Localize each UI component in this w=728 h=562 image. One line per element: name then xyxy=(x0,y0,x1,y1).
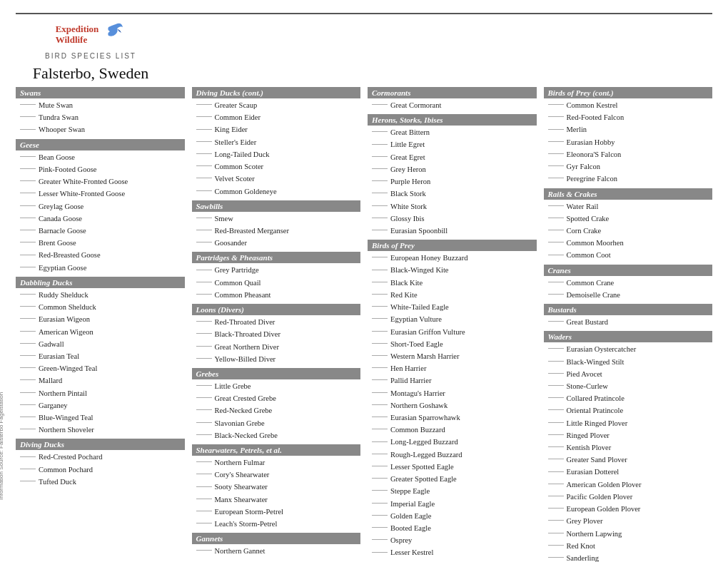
check-line xyxy=(20,205,36,206)
subtitle: Bird Species List xyxy=(45,52,136,60)
list-item: Green-Winged Teal xyxy=(16,362,185,374)
check-line xyxy=(372,294,388,295)
bird-name: King Eider xyxy=(215,124,360,135)
section-header: Partridges & Pheasants xyxy=(192,252,361,263)
check-line xyxy=(20,218,36,218)
bird-name: Greater Sand Plover xyxy=(567,454,712,465)
check-line xyxy=(196,499,212,499)
bird-name: European Honey Buzzard xyxy=(390,252,535,263)
list-item: Greater White-Fronted Goose xyxy=(16,175,185,188)
list-item: Hen Harrier xyxy=(368,362,537,374)
bird-name: Osprey xyxy=(390,535,535,546)
bird-name: American Wigeon xyxy=(39,327,183,337)
list-item: Manx Shearwater xyxy=(192,494,361,506)
check-line xyxy=(372,156,388,157)
section-header: Diving Ducks xyxy=(16,439,185,450)
list-item: Brent Goose xyxy=(16,237,185,249)
check-line xyxy=(372,466,388,466)
check-line xyxy=(20,469,36,469)
bird-name: Velvet Scoter xyxy=(215,173,360,184)
list-item: Red-Crested Pochard xyxy=(16,451,185,463)
check-line xyxy=(548,242,564,242)
list-item: Eurasian Griffon Vulture xyxy=(368,326,537,338)
check-line xyxy=(372,282,388,282)
section-header: Bustards xyxy=(544,304,713,315)
check-line xyxy=(196,461,212,462)
check-line xyxy=(372,180,388,181)
list-item: Greater Sand Plover xyxy=(544,454,713,466)
list-item: European Storm-Petrel xyxy=(192,506,361,518)
bird-name: Black Stork xyxy=(390,188,535,199)
bird-name: Northern Gannet xyxy=(215,546,360,556)
section-header: Dabbling Ducks xyxy=(16,277,185,288)
check-line xyxy=(372,104,388,105)
bird-name: Northern Lapwing xyxy=(567,528,712,539)
list-item: Tufted Duck xyxy=(16,476,185,488)
list-item: Eurasian Sparrowhawk xyxy=(368,412,537,424)
list-item: Short-Toed Eagle xyxy=(368,338,537,350)
list-item: Pied Avocet xyxy=(544,368,713,380)
check-line xyxy=(372,441,388,442)
bird-name: Bean Goose xyxy=(39,152,183,163)
bird-name: Red-Throated Diver xyxy=(215,317,360,327)
list-item: Grey Heron xyxy=(368,163,537,175)
bird-name: Eurasian Dotterel xyxy=(567,466,712,477)
list-item: Common Eider xyxy=(192,111,361,123)
bird-name: Common Scoter xyxy=(215,161,360,172)
list-item: Grey Plover xyxy=(544,515,713,527)
list-item: Little Ringed Plover xyxy=(544,417,713,429)
bird-name: Water Rail xyxy=(567,201,712,212)
bird-name: Greater White-Fronted Goose xyxy=(39,176,183,187)
bird-name: Long-Tailed Duck xyxy=(215,149,360,160)
list-item: Golden Eagle xyxy=(368,510,537,522)
list-item: Greater Spotted Eagle xyxy=(368,473,537,485)
check-line xyxy=(372,270,388,270)
check-line xyxy=(372,331,388,332)
list-item: Booted Eagle xyxy=(368,522,537,534)
list-item: Pallid Harrier xyxy=(368,374,537,387)
bird-name: Hen Harrier xyxy=(390,363,535,374)
check-line xyxy=(372,392,388,393)
bird-name: Eurasian Spoonbill xyxy=(390,225,535,236)
bird-name: Common Shelduck xyxy=(39,302,183,312)
check-line xyxy=(372,490,388,491)
check-line xyxy=(372,454,388,454)
list-item: Rough-Legged Buzzard xyxy=(368,449,537,461)
list-item: Mallard xyxy=(16,374,185,387)
check-line xyxy=(196,333,212,334)
check-line xyxy=(548,348,564,349)
section-header: Birds of Prey xyxy=(368,240,537,251)
check-line xyxy=(372,343,388,344)
check-line xyxy=(548,165,564,166)
check-line xyxy=(20,242,36,242)
check-line xyxy=(196,116,212,117)
list-item: Goosander xyxy=(192,237,361,249)
bird-name: Leach's Storm-Petrel xyxy=(215,518,360,529)
section-header: Rails & Crakes xyxy=(544,188,713,200)
list-item: Red Knot xyxy=(544,540,713,552)
check-line xyxy=(372,318,388,319)
check-line xyxy=(372,404,388,405)
check-line xyxy=(548,129,564,130)
check-line xyxy=(548,533,564,533)
bird-name: Common Goldeneye xyxy=(215,186,360,197)
list-item: European Golden Plover xyxy=(544,503,713,515)
check-line xyxy=(372,527,388,528)
check-line xyxy=(372,306,388,307)
bird-name: Imperial Eagle xyxy=(390,499,535,509)
columns-area: SwansMute SwanTundra SwanWhooper SwanGee… xyxy=(16,87,712,562)
bird-name: Corn Crake xyxy=(567,225,712,236)
list-item: Lesser White-Fronted Goose xyxy=(16,188,185,200)
list-item: Great Cormorant xyxy=(368,99,537,111)
bird-name: Peregrine Falcon xyxy=(567,173,712,184)
bird-name: Mute Swan xyxy=(39,100,183,111)
list-item: Collared Pratincole xyxy=(544,392,713,404)
check-line xyxy=(372,218,388,218)
section-header: Grebes xyxy=(192,368,361,379)
list-item: Common Coot xyxy=(544,249,713,261)
check-line xyxy=(548,434,564,435)
bird-name: Gadwall xyxy=(39,339,183,349)
bird-name: Lesser Kestrel xyxy=(390,547,535,558)
section-header: Sawbills xyxy=(192,200,361,212)
section-header: Cormorants xyxy=(368,87,537,98)
